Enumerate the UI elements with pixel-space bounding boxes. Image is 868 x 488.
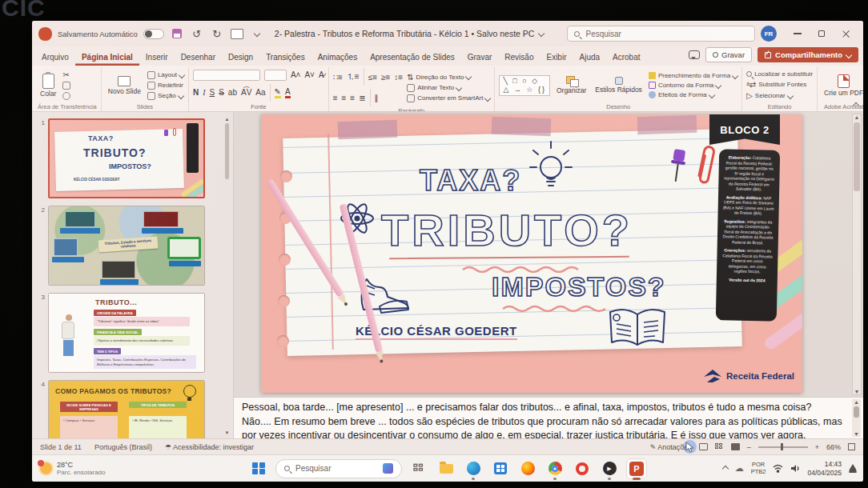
fit-slide-button[interactable] — [848, 443, 855, 450]
speaker-notes-text[interactable]: Pessoal, boa tarde... [me apresento] ...… — [242, 401, 842, 438]
thumbnail-scrollbar[interactable]: ▲ ▼ — [223, 117, 231, 435]
media-player-button[interactable]: ▶ — [599, 458, 620, 479]
tab-inserir[interactable]: Inserir — [139, 50, 175, 66]
scrollbar-thumb[interactable] — [854, 406, 859, 418]
clock[interactable]: 14:4304/04/2025 — [807, 460, 842, 477]
language-indicator[interactable]: PORPTB2 — [751, 462, 766, 475]
save-button[interactable] — [170, 26, 184, 41]
volume-icon[interactable] — [790, 464, 800, 473]
paste-button[interactable]: Colar — [38, 74, 58, 98]
firefox-button[interactable] — [517, 458, 538, 479]
align-center-icon[interactable]: ≡ — [341, 94, 346, 102]
slideshow-quick-icon[interactable] — [230, 26, 244, 41]
find-replace-button[interactable]: Localizar e substituir — [746, 70, 813, 78]
start-button[interactable] — [248, 458, 269, 479]
align-right-icon[interactable]: ≡ — [350, 94, 355, 102]
change-case-button[interactable]: Aa — [255, 88, 265, 97]
align-text-button[interactable]: Alinhar Texto — [407, 84, 490, 92]
zoom-slider[interactable] — [758, 446, 808, 448]
indent-less-icon[interactable]: ≤≡ — [368, 73, 377, 82]
section-button[interactable]: Seção — [147, 92, 184, 100]
redo-button[interactable]: ↻ — [210, 26, 224, 41]
file-explorer-button[interactable] — [436, 458, 456, 479]
tab-ajuda[interactable]: Ajuda — [573, 50, 606, 66]
slide-3-thumbnail[interactable]: TRIBUTO... ORIGEM DA PALAVRA “Tributum” … — [48, 293, 205, 373]
shape-outline-button[interactable]: Contorno da Forma — [649, 82, 737, 89]
language-status[interactable]: Português (Brasil) — [94, 443, 152, 451]
tab-desenhar[interactable]: Desenhar — [175, 50, 222, 66]
layout-button[interactable]: Layout — [147, 71, 184, 79]
format-painter-icon[interactable] — [62, 92, 70, 100]
normal-view-button[interactable] — [699, 443, 708, 450]
line-spacing-icon[interactable]: ↕≡ — [394, 73, 403, 82]
numbering-icon[interactable]: ⒈≡ — [347, 71, 360, 82]
accessibility-status[interactable]: ☂ Acessibilidade: investigar — [165, 443, 254, 451]
font-name-input[interactable] — [193, 70, 260, 81]
slide-1-thumbnail[interactable]: TAXA? TRIBUTO? IMPOSTOS? KÉLCIO CÉSAR GO… — [48, 118, 205, 198]
zoom-percent[interactable]: 66% — [826, 443, 841, 451]
task-view-button[interactable] — [408, 458, 429, 479]
avatar[interactable]: FR — [761, 26, 777, 42]
font-size-input[interactable] — [264, 70, 287, 81]
scroll-up-icon[interactable]: ▲ — [225, 117, 230, 122]
thumbnail-row-2[interactable]: 2 Tributos, — [35, 206, 220, 286]
microsoft-store-button[interactable] — [490, 458, 511, 479]
underline-button[interactable]: S — [210, 88, 215, 97]
tab-transicoes[interactable]: Transições — [259, 50, 311, 66]
maximize-button[interactable] — [810, 25, 833, 42]
shape-effects-button[interactable]: Efeitos de Forma — [649, 91, 737, 98]
ribbon-search-box[interactable]: Pesquisar — [567, 26, 755, 42]
text-direction-button[interactable]: ⇅Direção do Texto — [407, 73, 490, 82]
opera-button[interactable] — [572, 458, 593, 479]
align-left-icon[interactable]: ≡ — [333, 94, 338, 102]
shadow-button[interactable]: ab — [228, 88, 237, 97]
zoom-slider-thumb[interactable] — [781, 443, 783, 450]
record-button[interactable]: Gravar — [705, 47, 752, 62]
minimize-button[interactable] — [786, 25, 809, 42]
cut-icon[interactable]: ✂ — [62, 70, 70, 79]
shapes-gallery[interactable]: ╲ □ ○ ◇ △ → ☆ {} — [499, 75, 550, 96]
undo-button[interactable]: ↺ — [190, 26, 204, 41]
onedrive-icon[interactable]: ☁ — [735, 463, 744, 474]
select-button[interactable]: ▷Selecionar — [746, 91, 813, 100]
font-color-button[interactable]: A — [285, 87, 291, 98]
scroll-down-icon[interactable]: ▼ — [854, 389, 860, 394]
tab-pagina-inicial[interactable]: Página Inicial — [75, 50, 139, 66]
close-button[interactable] — [834, 25, 857, 42]
italic-button[interactable]: I — [203, 88, 205, 97]
highlight-color-button[interactable]: ✎ — [275, 87, 281, 98]
tab-animacoes[interactable]: Animações — [311, 50, 364, 66]
new-slide-button[interactable]: Novo Slide — [106, 76, 143, 95]
zoom-out-button[interactable]: – — [747, 443, 751, 451]
justify-icon[interactable]: ≣ — [359, 94, 365, 102]
indent-more-icon[interactable]: ≥≡ — [381, 73, 390, 82]
shrink-font-icon[interactable]: A˅ — [304, 70, 315, 79]
thumbnail-row-1[interactable]: 1 TAXA? TRIBUTO? IMPOSTOS? KÉLCIO CÉSAR … — [35, 118, 220, 198]
chrome-button[interactable] — [545, 458, 565, 479]
replace-fonts-button[interactable]: ᵃ⇄Substituir Fontes — [746, 80, 813, 89]
tab-arquivo[interactable]: Arquivo — [35, 50, 75, 66]
scroll-up-icon[interactable]: ▲ — [854, 399, 859, 405]
clear-format-icon[interactable]: A̷ — [319, 70, 324, 79]
create-pdf-button[interactable]: Crie um PDF — [822, 74, 863, 97]
shape-fill-button[interactable]: Preenchimento da Forma — [649, 72, 737, 79]
scrollbar-thumb[interactable] — [854, 122, 860, 191]
slide-sorter-view-button[interactable] — [715, 443, 724, 450]
canvas-scrollbar[interactable]: ▲ ▼ — [852, 114, 862, 395]
quick-styles-button[interactable]: Estilos Rápidos — [593, 77, 645, 94]
char-spacing-button[interactable]: A︠V︡ — [241, 88, 251, 97]
columns-icon[interactable]: ∥ — [375, 94, 379, 102]
notification-icon[interactable] — [849, 464, 857, 473]
edge-button[interactable] — [463, 458, 484, 479]
tab-revisao[interactable]: Revisão — [498, 50, 540, 66]
comments-icon[interactable] — [689, 50, 700, 59]
scrollbar-thumb[interactable] — [225, 123, 229, 179]
arrange-button[interactable]: Organizar — [554, 76, 589, 94]
bold-button[interactable]: N — [193, 88, 199, 97]
scroll-up-icon[interactable]: ▲ — [854, 114, 860, 120]
slide-2-thumbnail[interactable]: Tributos, Estado e serviços relativos — [48, 206, 205, 286]
tab-gravar[interactable]: Gravar — [461, 50, 499, 66]
taskbar-search[interactable]: Pesquisar — [275, 459, 402, 478]
notes-pane[interactable]: Pessoal, boa tarde... [me apresento] ...… — [234, 397, 863, 438]
tab-exibir[interactable]: Exibir — [540, 50, 573, 66]
